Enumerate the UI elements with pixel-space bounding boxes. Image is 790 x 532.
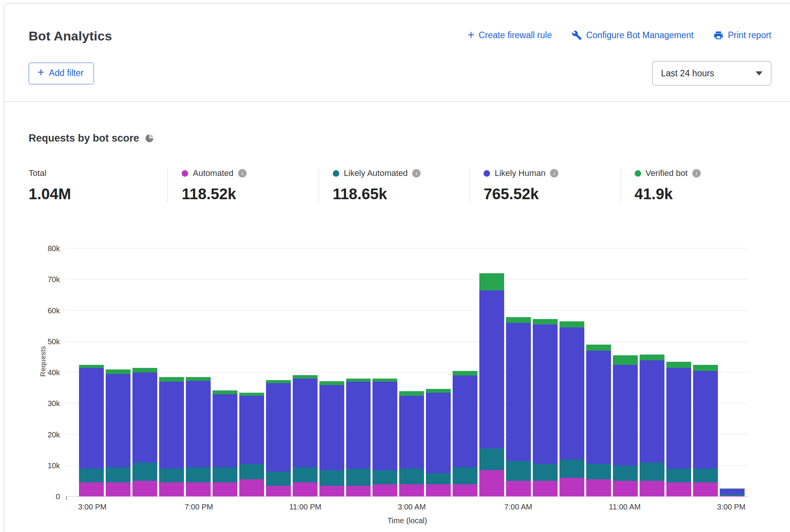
chart-bar[interactable]	[79, 248, 104, 497]
bar-segment-verified-bot	[239, 393, 264, 396]
chart-bar[interactable]	[106, 248, 131, 497]
chart-bar[interactable]	[319, 248, 344, 497]
bar-segment-likely-automated	[453, 467, 477, 484]
bar-segment-verified-bot	[426, 389, 451, 393]
bar-segment-automated	[426, 484, 451, 497]
bar-segment-likely-automated	[159, 469, 184, 483]
bar-segment-likely-human	[293, 379, 318, 467]
y-tick-label: 60k	[48, 306, 60, 315]
bar-segment-verified-bot	[319, 381, 344, 385]
chart-bar[interactable]	[479, 248, 504, 497]
chart-bar[interactable]	[666, 248, 691, 497]
bar-segment-automated	[372, 484, 397, 497]
bar-segment-automated	[453, 484, 477, 497]
panel-content: Requests by bot score Total 1.04M Automa…	[4, 102, 790, 525]
stat-likely-automated: Likely Automated 118.65k	[319, 168, 469, 203]
stat-verified-bot-value: 41.9k	[635, 185, 771, 203]
bar-segment-likely-human	[346, 382, 371, 469]
bar-segment-automated	[613, 481, 638, 497]
info-icon[interactable]	[550, 169, 558, 177]
bar-segment-likely-human	[613, 365, 638, 466]
bar-segment-likely-automated	[106, 467, 131, 483]
configure-bot-management-link[interactable]: Configure Bot Management	[572, 30, 693, 40]
bot-analytics-panel: Bot Analytics Create firewall rule Confi…	[4, 3, 790, 532]
stat-total: Total 1.04M	[29, 168, 168, 203]
info-icon[interactable]	[692, 169, 701, 177]
plus-icon	[37, 68, 44, 77]
chart-bar[interactable]	[159, 248, 184, 497]
bar-segment-automated	[479, 470, 504, 497]
x-tick-label: 3:00 PM	[717, 503, 745, 511]
bar-segment-likely-human	[372, 382, 397, 470]
chart-bar[interactable]	[506, 248, 531, 497]
chart-bar[interactable]	[399, 248, 424, 497]
chart-bar[interactable]	[213, 248, 237, 497]
chart-bar[interactable]	[266, 248, 291, 497]
bar-segment-likely-automated	[266, 472, 291, 486]
bar-segment-likely-human	[453, 376, 477, 467]
y-axis-labels: 010k20k30k40k50k60k70k80k	[26, 248, 60, 497]
chart-bar[interactable]	[372, 248, 397, 497]
bar-segment-automated	[559, 478, 584, 497]
bar-segment-likely-automated	[239, 464, 264, 480]
bar-segment-likely-human	[399, 396, 424, 469]
bar-segment-likely-automated	[613, 466, 638, 481]
bar-segment-likely-human	[79, 368, 104, 469]
print-report-link[interactable]: Print report	[713, 30, 771, 40]
chart-bar[interactable]	[613, 248, 638, 497]
y-tick-label: 10k	[48, 461, 60, 470]
info-icon[interactable]	[412, 169, 421, 177]
x-tick-label: 7:00 PM	[185, 503, 213, 511]
wrench-icon	[572, 30, 582, 40]
chart-bar[interactable]	[533, 248, 558, 497]
time-range-dropdown[interactable]: Last 24 hours	[652, 61, 771, 85]
bar-segment-likely-human	[586, 351, 611, 464]
bar-segment-verified-bot	[399, 391, 424, 396]
printer-icon	[713, 30, 724, 40]
chart-bar[interactable]	[239, 248, 264, 497]
bar-segment-likely-human	[319, 385, 344, 470]
section-title: Requests by bot score	[29, 132, 139, 144]
bar-segment-verified-bot	[106, 369, 131, 374]
add-filter-button[interactable]: Add filter	[29, 63, 94, 84]
bar-segment-likely-human	[266, 383, 291, 472]
bar-segment-automated	[399, 484, 424, 497]
bar-segment-automated	[346, 486, 371, 497]
chart-bar[interactable]	[720, 248, 745, 497]
likely-human-legend-dot	[484, 170, 490, 177]
bar-segment-likely-human	[506, 323, 531, 461]
bar-segment-likely-automated	[559, 459, 584, 478]
chart-bar[interactable]	[132, 248, 157, 497]
bar-segment-automated	[293, 482, 318, 497]
stat-total-value: 1.04M	[29, 185, 168, 203]
chart-bar[interactable]	[186, 248, 211, 497]
create-firewall-rule-link[interactable]: Create firewall rule	[468, 30, 552, 40]
chart-bar[interactable]	[293, 248, 318, 497]
y-tick-label: 80k	[48, 244, 60, 253]
page-title: Bot Analytics	[29, 29, 112, 44]
info-icon[interactable]	[238, 169, 247, 177]
stat-automated: Automated 118.52k	[168, 168, 318, 203]
chart-bar[interactable]	[693, 248, 718, 497]
bar-segment-likely-human	[159, 382, 184, 469]
chart-bar[interactable]	[426, 248, 451, 497]
bar-segment-verified-bot	[372, 379, 397, 382]
bar-segment-likely-automated	[319, 470, 344, 486]
chart-bar[interactable]	[640, 248, 664, 497]
bar-segment-likely-automated	[533, 464, 558, 481]
chart-bar[interactable]	[586, 248, 611, 497]
stat-likely-human: Likely Human 765.52k	[469, 168, 620, 203]
stat-likely-automated-value: 118.65k	[333, 185, 469, 203]
bar-segment-likely-human	[559, 327, 584, 459]
bar-segment-verified-bot	[132, 368, 157, 372]
bar-segment-automated	[666, 482, 691, 497]
bar-segment-automated	[533, 481, 558, 497]
bar-segment-likely-human	[533, 324, 558, 464]
bar-segment-verified-bot	[159, 377, 184, 382]
chart-bar[interactable]	[559, 248, 584, 497]
bar-segment-verified-bot	[666, 362, 691, 368]
bar-segment-likely-human	[720, 489, 745, 495]
chart-bar[interactable]	[453, 248, 477, 497]
chart-bar[interactable]	[346, 248, 371, 497]
bar-segment-automated	[720, 496, 745, 497]
